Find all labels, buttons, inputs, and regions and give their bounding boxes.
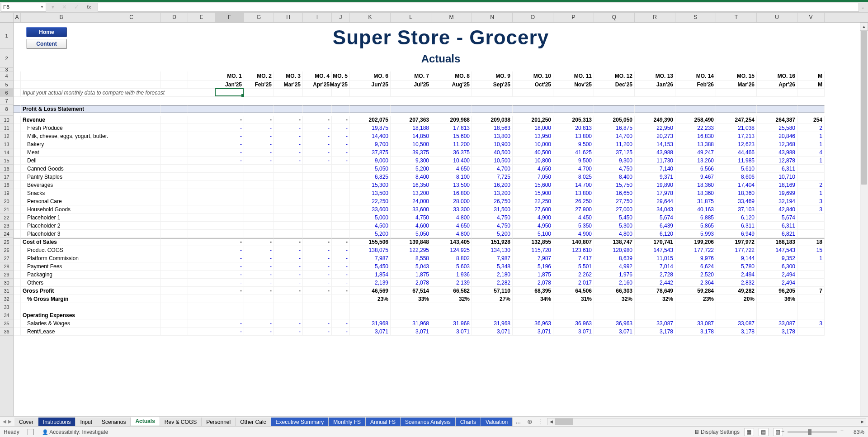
sheet-tab-monthly-fs[interactable]: Monthly FS [329, 418, 366, 427]
row-header-1[interactable]: 1 [0, 23, 13, 49]
horizontal-scrollbar[interactable]: ◀ ▶ [547, 418, 866, 425]
row-header-31[interactable]: 31 [0, 287, 13, 295]
name-box-dropdown-icon[interactable]: ▼ [40, 5, 44, 9]
hscroll-thumb[interactable] [555, 418, 573, 425]
col-header-U[interactable]: U [757, 13, 797, 22]
sheet-tab-valuation[interactable]: Valuation [481, 418, 513, 427]
col-header-C[interactable]: C [102, 13, 161, 22]
sheet-tab-personnel[interactable]: Personnel [202, 418, 236, 427]
formula-dropdown-icon[interactable]: ▼ [51, 5, 55, 10]
col-header-G[interactable]: G [244, 13, 274, 22]
add-sheet-icon[interactable]: ⊕ [524, 417, 536, 427]
row-header-29[interactable]: 29 [0, 271, 13, 279]
view-page-layout-icon[interactable]: ▤ [759, 428, 769, 436]
row-header-26[interactable]: 26 [0, 246, 13, 254]
sheet-tab-other-calc[interactable]: Other Calc [236, 418, 271, 427]
row-header-12[interactable]: 12 [0, 132, 13, 140]
select-all-corner[interactable] [0, 13, 14, 22]
home-button[interactable]: Home [26, 27, 67, 37]
col-header-A[interactable]: A [14, 13, 21, 22]
row-header-22[interactable]: 22 [0, 214, 13, 222]
formula-expand-icon[interactable]: ⌄ [859, 5, 867, 10]
sheet-tab-cover[interactable]: Cover [14, 418, 38, 427]
col-header-E[interactable]: E [188, 13, 215, 22]
col-header-N[interactable]: N [472, 13, 513, 22]
sheet-tab-annual-fs[interactable]: Annual FS [366, 418, 401, 427]
col-header-T[interactable]: T [716, 13, 757, 22]
zoom-slider[interactable] [788, 431, 837, 433]
spreadsheet-grid[interactable]: 1234567810111213141516171819202122232425… [0, 23, 868, 416]
col-header-I[interactable]: I [303, 13, 332, 22]
content-button[interactable]: Content [26, 39, 67, 49]
col-header-D[interactable]: D [161, 13, 188, 22]
hscroll-left-icon[interactable]: ◀ [547, 419, 555, 424]
vertical-scrollbar[interactable]: ▲ [860, 23, 868, 416]
row-header-21[interactable]: 21 [0, 205, 13, 214]
vscroll-thumb[interactable] [861, 31, 867, 185]
cancel-icon[interactable]: ✕ [62, 4, 67, 10]
row-header-14[interactable]: 14 [0, 148, 13, 157]
row-header-2[interactable]: 2 [0, 49, 13, 68]
row-header-27[interactable]: 27 [0, 254, 13, 262]
tab-more[interactable]: … [513, 417, 524, 426]
row-header-18[interactable]: 18 [0, 181, 13, 189]
col-header-S[interactable]: S [675, 13, 716, 22]
row-header-5[interactable]: 5 [0, 81, 13, 89]
row-header-25[interactable]: 25 [0, 238, 13, 246]
row-header-6[interactable]: 6 [0, 89, 13, 97]
accessibility-status[interactable]: Accessibility: Investigate [42, 429, 108, 435]
col-header-L[interactable]: L [391, 13, 431, 22]
col-header-K[interactable]: K [350, 13, 391, 22]
row-header-28[interactable]: 28 [0, 262, 13, 271]
col-header-H[interactable]: H [274, 13, 303, 22]
col-header-O[interactable]: O [513, 13, 553, 22]
row-header-7[interactable]: 7 [0, 97, 13, 105]
enter-icon[interactable]: ✓ [74, 4, 79, 10]
tab-prev-icon[interactable]: ◀ [3, 419, 6, 424]
row-header-16[interactable]: 16 [0, 165, 13, 173]
row-header-24[interactable]: 24 [0, 230, 13, 238]
col-header-Q[interactable]: Q [594, 13, 635, 22]
sheet-tab-scenarios-analysis[interactable]: Scenarios Analysis [401, 418, 456, 427]
row-header-20[interactable]: 20 [0, 197, 13, 205]
macro-record-icon[interactable] [28, 429, 34, 435]
row-header-19[interactable]: 19 [0, 189, 13, 197]
sheet-tab-input[interactable]: Input [75, 418, 97, 427]
sheet-tab-rev-cogs[interactable]: Rev & COGS [160, 418, 202, 427]
col-header-P[interactable]: P [553, 13, 594, 22]
display-settings[interactable]: 🖥 Display Settings [694, 429, 740, 435]
sheet-tab-actuals[interactable]: Actuals [131, 417, 160, 427]
zoom-level[interactable]: 83% [854, 429, 864, 435]
fx-icon[interactable]: fx [86, 4, 91, 10]
sheet-tab-executive-summary[interactable]: Executive Summary [271, 418, 329, 427]
row-header-8[interactable]: 8 [0, 105, 13, 113]
row-header-34[interactable]: 34 [0, 311, 13, 319]
row-header-32[interactable]: 32 [0, 295, 13, 303]
tab-next-icon[interactable]: ▶ [8, 419, 12, 424]
view-normal-icon[interactable]: ▦ [744, 428, 754, 436]
col-header-M[interactable]: M [431, 13, 472, 22]
col-header-F[interactable]: F [215, 13, 244, 22]
row-header-33[interactable]: 33 [0, 303, 13, 311]
name-box[interactable]: F6 ▼ [1, 3, 46, 12]
col-header-J[interactable]: J [332, 13, 350, 22]
sheet-tab-scenarios[interactable]: Scenarios [97, 418, 131, 427]
row-header-23[interactable]: 23 [0, 222, 13, 230]
row-header-4[interactable]: 4 [0, 71, 13, 81]
col-header-R[interactable]: R [635, 13, 675, 22]
row-header-3[interactable]: 3 [0, 68, 13, 71]
sheet-tab-charts[interactable]: Charts [456, 418, 481, 427]
row-header-15[interactable]: 15 [0, 157, 13, 165]
col-header-V[interactable]: V [797, 13, 825, 22]
hscroll-right-icon[interactable]: ▶ [859, 419, 866, 424]
sheet-tab-instructions[interactable]: Instructions [38, 418, 75, 427]
row-header-11[interactable]: 11 [0, 124, 13, 132]
formula-input[interactable] [98, 3, 859, 12]
row-header-36[interactable]: 36 [0, 328, 13, 336]
row-header-10[interactable]: 10 [0, 116, 13, 124]
row-header-30[interactable]: 30 [0, 279, 13, 287]
col-header-B[interactable]: B [21, 13, 102, 22]
row-header-17[interactable]: 17 [0, 173, 13, 181]
cells-area[interactable]: Super Store - Grocery Actuals Home Conte… [14, 23, 868, 416]
row-header-35[interactable]: 35 [0, 319, 13, 328]
